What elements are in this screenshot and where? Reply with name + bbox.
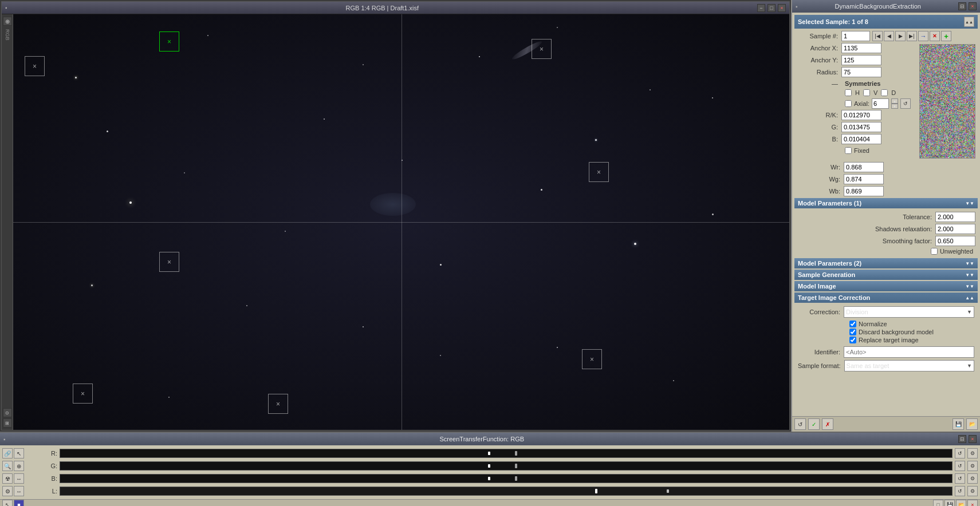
nav-goto-button[interactable]: → bbox=[918, 31, 928, 41]
wg-input[interactable] bbox=[844, 174, 884, 184]
stf-bottom-btn-3[interactable]: □ bbox=[933, 500, 943, 506]
g-input[interactable] bbox=[841, 122, 881, 132]
channel-b-bar[interactable] bbox=[60, 474, 953, 483]
sample-box-1[interactable]: × bbox=[532, 39, 552, 59]
stf-r-settings[interactable]: ⚙ bbox=[967, 448, 978, 458]
nav-add-button[interactable]: + bbox=[941, 31, 951, 41]
toolbar-btn-3[interactable]: ⊞ bbox=[3, 418, 12, 428]
axial-reset-button[interactable]: ↺ bbox=[900, 98, 911, 109]
stf-link-button[interactable]: 🔗 bbox=[2, 448, 13, 458]
sample-box-7[interactable]: × bbox=[268, 394, 288, 414]
wg-row: Wg: bbox=[797, 174, 975, 184]
stf-bottom-btn-4[interactable]: 💾 bbox=[944, 500, 955, 506]
toolbar-btn-2[interactable]: ⊙ bbox=[3, 408, 12, 417]
nav-last-button[interactable]: ▶| bbox=[907, 31, 917, 41]
channel-g-bar[interactable] bbox=[60, 461, 953, 471]
stf-bottom-btn-1[interactable]: ↖ bbox=[2, 500, 13, 506]
nav-next-button[interactable]: ▶ bbox=[895, 31, 906, 41]
shadows-input[interactable] bbox=[935, 224, 975, 234]
model-params-2-header[interactable]: Model Parameters (2) ▼▼ bbox=[794, 258, 978, 268]
dbe-detach-button[interactable]: ⊟ bbox=[958, 2, 966, 10]
stf-close-button[interactable]: × bbox=[969, 435, 977, 443]
discard-bg-checkbox[interactable] bbox=[849, 329, 856, 335]
stf-bottom-btn-2[interactable]: ■ bbox=[14, 500, 24, 506]
stf-cursor-button[interactable]: ↖ bbox=[14, 448, 24, 458]
rk-input[interactable] bbox=[841, 110, 881, 120]
sample-box-5[interactable]: × bbox=[582, 349, 602, 369]
sample-box-3[interactable]: × bbox=[589, 162, 609, 182]
channel-l-bar[interactable] bbox=[60, 487, 953, 496]
sample-number-input[interactable] bbox=[841, 31, 870, 41]
radius-input[interactable] bbox=[841, 67, 881, 77]
stf-r-reset[interactable]: ↺ bbox=[955, 448, 965, 458]
replace-target-checkbox[interactable] bbox=[849, 337, 856, 343]
anchor-x-input[interactable] bbox=[841, 43, 881, 53]
unweighted-checkbox[interactable] bbox=[931, 248, 938, 255]
stf-detach-button[interactable]: ⊟ bbox=[958, 435, 966, 443]
stf-g-reset[interactable]: ↺ bbox=[955, 461, 965, 471]
correction-dropdown[interactable]: Division ▼ bbox=[844, 306, 974, 318]
axial-up-button[interactable]: ▲ bbox=[891, 98, 898, 104]
sample-generation-header[interactable]: Sample Generation ▼▼ bbox=[794, 270, 978, 280]
target-correction-expand-icon: ▲▲ bbox=[965, 295, 974, 301]
sample-box-2[interactable]: × bbox=[25, 56, 45, 76]
panel-bottom-toolbar: ↺ ✓ ✗ 💾 📂 bbox=[792, 416, 980, 432]
normalize-checkbox[interactable] bbox=[849, 321, 856, 327]
model-params-1-expand-icon: ▼▼ bbox=[965, 201, 974, 206]
symmetry-d-checkbox[interactable] bbox=[881, 89, 888, 96]
reset-button[interactable]: ↺ bbox=[794, 418, 806, 430]
stf-settings-button[interactable]: ⚙ bbox=[2, 486, 13, 496]
save-button[interactable]: 💾 bbox=[953, 418, 964, 430]
nav-delete-button[interactable]: ✕ bbox=[930, 31, 940, 41]
stf-arrows2-button[interactable]: ↔ bbox=[14, 486, 24, 496]
image-canvas[interactable]: × × × × × bbox=[13, 14, 789, 430]
fixed-checkbox[interactable] bbox=[845, 147, 852, 154]
stf-bottom-btn-5[interactable]: 📂 bbox=[956, 500, 966, 506]
target-correction-header[interactable]: Target Image Correction ▲▲ bbox=[794, 292, 978, 303]
restore-button[interactable]: □ bbox=[768, 4, 776, 12]
tolerance-input[interactable] bbox=[935, 212, 975, 222]
toolbar-btn-1[interactable]: ⊕ bbox=[3, 17, 12, 26]
dbe-close-button[interactable]: × bbox=[969, 2, 977, 10]
cancel-button[interactable]: ✗ bbox=[822, 418, 833, 430]
wb-input[interactable] bbox=[844, 186, 884, 196]
close-button[interactable]: × bbox=[778, 4, 786, 12]
stf-bottom-btn-6[interactable]: × bbox=[967, 500, 978, 506]
scroll-top-button[interactable]: ▲▲ bbox=[964, 17, 974, 27]
sample-box-6[interactable]: × bbox=[73, 384, 93, 404]
wr-input[interactable] bbox=[844, 162, 884, 172]
stf-l-settings[interactable]: ⚙ bbox=[967, 486, 978, 496]
minimize-button[interactable]: − bbox=[757, 4, 765, 12]
stf-b-reset[interactable]: ↺ bbox=[955, 473, 965, 484]
dbe-titlebar: ▪ DynamicBackgroundExtraction ⊟ × bbox=[792, 0, 980, 13]
sample-box-4[interactable]: × bbox=[159, 252, 179, 272]
nav-first-button[interactable]: |◀ bbox=[872, 31, 883, 41]
stf-content: 🔗 ↖ 🔍 ⊕ ☢ ↔ ⚙ ↔ R: bbox=[0, 445, 980, 499]
b-input[interactable] bbox=[841, 134, 881, 144]
stf-zoom-out-button[interactable]: 🔍 bbox=[2, 461, 13, 471]
axial-down-button[interactable]: ▼ bbox=[891, 104, 898, 109]
symmetry-h-checkbox[interactable] bbox=[845, 89, 852, 96]
sample-format-dropdown[interactable]: Same as target ▼ bbox=[844, 360, 974, 371]
ok-button[interactable]: ✓ bbox=[808, 418, 820, 430]
stf-radioactive-button[interactable]: ☢ bbox=[2, 473, 13, 484]
stf-g-settings[interactable]: ⚙ bbox=[967, 461, 978, 471]
smoothing-input[interactable] bbox=[935, 236, 975, 246]
stf-arrows-button[interactable]: ↔ bbox=[14, 473, 24, 484]
stf-zoom-in-button[interactable]: ⊕ bbox=[14, 461, 24, 471]
identifier-input[interactable] bbox=[844, 346, 974, 358]
anchor-y-input[interactable] bbox=[841, 55, 881, 65]
nebula bbox=[370, 193, 416, 216]
symmetry-v-checkbox[interactable] bbox=[863, 89, 870, 96]
load-button[interactable]: 📂 bbox=[966, 418, 978, 430]
channel-r-bar[interactable] bbox=[60, 449, 953, 458]
model-params-1-header[interactable]: Model Parameters (1) ▼▼ bbox=[794, 198, 978, 208]
stf-b-settings[interactable]: ⚙ bbox=[967, 473, 978, 484]
axial-input[interactable] bbox=[872, 98, 889, 109]
sample-box-selected[interactable]: × bbox=[159, 31, 179, 52]
nav-prev-button[interactable]: ◀ bbox=[884, 31, 894, 41]
stf-l-reset[interactable]: ↺ bbox=[955, 486, 965, 496]
axial-checkbox[interactable] bbox=[845, 100, 852, 107]
model-image-header[interactable]: Model Image ▼▼ bbox=[794, 281, 978, 291]
star bbox=[479, 56, 480, 57]
